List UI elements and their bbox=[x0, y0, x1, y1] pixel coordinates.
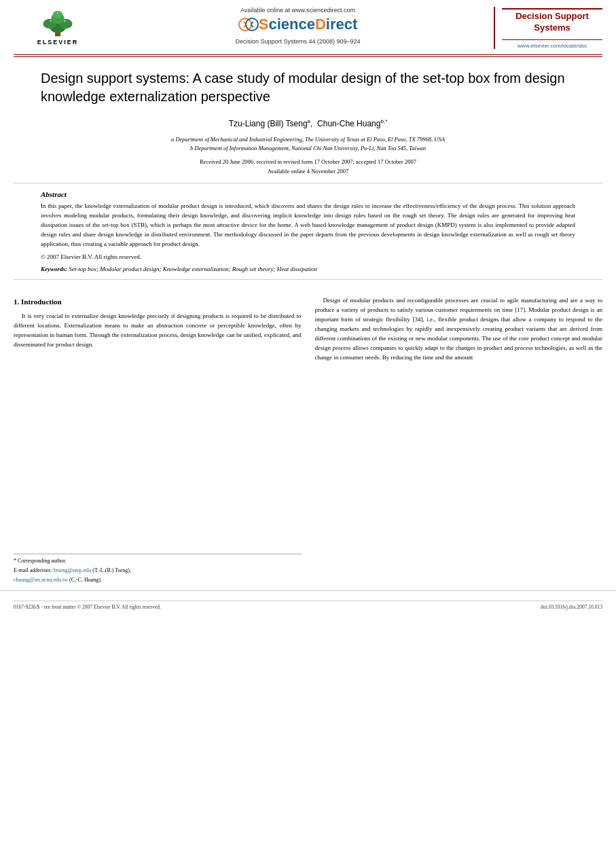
email-name-2: (C.-C. Huang). bbox=[69, 577, 102, 583]
section1-heading: 1. Introduction bbox=[14, 296, 302, 308]
elsevier-wordmark: ELSEVIER bbox=[37, 39, 79, 46]
sciencedirect-icon bbox=[238, 16, 259, 33]
sciencedirect-area: Available online at www.sciencedirect.co… bbox=[102, 7, 494, 45]
keywords-text: Set-top box; Modular product design; Kno… bbox=[69, 266, 317, 272]
email-link-1[interactable]: btseng@utep.edu bbox=[54, 567, 92, 573]
email-link-2[interactable]: chuang@im.ncnu.edu.tw bbox=[14, 577, 68, 583]
author-a-sup: a bbox=[308, 118, 310, 124]
elsevier-logo-icon bbox=[37, 10, 78, 37]
email-addresses-label: E-mail addresses: btseng@utep.edu (T.-L.… bbox=[14, 567, 302, 575]
page-footer: 0167-9236/$ - see front matter © 2007 El… bbox=[0, 590, 616, 610]
journal-branding: Decision Support Systems www.elsevier.co… bbox=[494, 7, 602, 49]
page: ELSEVIER Available online at www.science… bbox=[0, 0, 616, 841]
affiliation-a: a Department of Mechanical and Industria… bbox=[41, 135, 575, 144]
author-b-name: Chun-Che Huang bbox=[317, 119, 380, 128]
email-name-1: (T.-L.(B.) Tseng), bbox=[92, 567, 131, 573]
brand-bottom-rule bbox=[502, 39, 602, 40]
author-b-sup: b,* bbox=[380, 118, 387, 124]
two-column-section: 1. Introduction It is very crucial to ex… bbox=[0, 287, 616, 585]
corresponding-author-note: * Corresponding author. bbox=[14, 557, 302, 565]
affiliations: a Department of Mechanical and Industria… bbox=[41, 135, 575, 153]
elsevier-logo-area: ELSEVIER bbox=[14, 7, 102, 46]
svg-point-7 bbox=[64, 20, 65, 22]
left-column: 1. Introduction It is very crucial to ex… bbox=[14, 296, 302, 585]
title-section: Design support systems: A case study of … bbox=[0, 57, 616, 177]
author-a-name: Tzu-Liang (Bill) Tseng bbox=[229, 119, 308, 128]
footer-issn: 0167-9236/$ - see front matter © 2007 El… bbox=[14, 604, 161, 610]
article-dates: Received 20 June 2006; received in revis… bbox=[41, 158, 575, 176]
footer-doi: doi:10.1016/j.dss.2007.10.013 bbox=[541, 604, 602, 610]
header: ELSEVIER Available online at www.science… bbox=[0, 0, 616, 49]
abstract-heading: Abstract bbox=[14, 190, 602, 198]
journal-title: Decision Support Systems bbox=[502, 11, 602, 34]
article-title: Design support systems: A case study of … bbox=[41, 69, 575, 106]
header-rule-thick bbox=[14, 54, 602, 55]
available-online-date: Available online 4 November 2007 bbox=[41, 167, 575, 177]
journal-citation: Decision Support Systems 44 (2008) 909–9… bbox=[235, 38, 360, 45]
email-label: E-mail addresses: bbox=[14, 567, 52, 573]
sciencedirect-wordmark: ScienceDirect bbox=[259, 16, 358, 33]
section1-right-para1: Design of modular products and reconfigu… bbox=[315, 296, 603, 363]
left-footnote-spacer: * Corresponding author. E-mail addresses… bbox=[14, 554, 302, 584]
received-date: Received 20 June 2006; received in revis… bbox=[41, 158, 575, 167]
affiliation-b: b Department of Information Management, … bbox=[41, 144, 575, 153]
svg-point-6 bbox=[50, 20, 51, 22]
keywords-label: Keywords: bbox=[41, 266, 67, 272]
abstract-content-divider bbox=[14, 279, 602, 280]
keywords-line: Keywords: Set-top box; Modular product d… bbox=[14, 260, 602, 272]
section1-left-para1: It is very crucial to externalize design… bbox=[14, 312, 302, 350]
abstract-paragraph: In this paper, the knowledge externaliza… bbox=[41, 202, 575, 249]
available-online-text: Available online at www.sciencedirect.co… bbox=[240, 7, 355, 14]
svg-point-5 bbox=[53, 11, 62, 18]
left-footnote-area: * Corresponding author. E-mail addresses… bbox=[14, 554, 302, 584]
sciencedirect-logo: ScienceDirect bbox=[238, 16, 358, 33]
abstract-body: In this paper, the knowledge externaliza… bbox=[14, 202, 602, 249]
email-address-2-line: chuang@im.ncnu.edu.tw (C.-C. Huang). bbox=[14, 576, 302, 584]
journal-website: www.elsevier.com/locate/dss bbox=[518, 43, 587, 49]
title-abstract-divider bbox=[14, 183, 602, 183]
footer-bottom-row: 0167-9236/$ - see front matter © 2007 El… bbox=[14, 601, 602, 610]
right-column: Design of modular products and reconfigu… bbox=[315, 296, 603, 585]
copyright-line: © 2007 Elsevier B.V. All rights reserved… bbox=[14, 249, 602, 260]
brand-top-rule bbox=[502, 8, 602, 10]
authors-line: Tzu-Liang (Bill) Tsenga, Chun-Che Huangb… bbox=[41, 118, 575, 128]
abstract-section: Abstract In this paper, the knowledge ex… bbox=[0, 190, 616, 272]
svg-point-8 bbox=[57, 12, 58, 14]
